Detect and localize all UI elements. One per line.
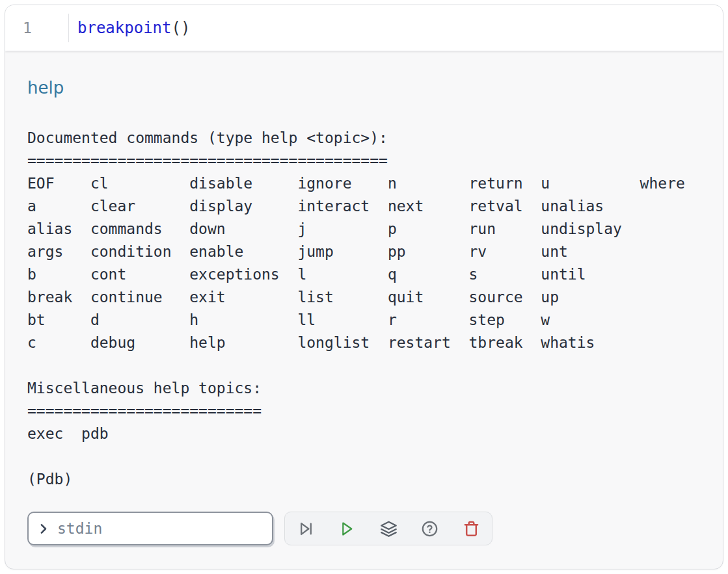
debug-toolbar bbox=[284, 512, 492, 545]
question-circle-icon bbox=[421, 520, 438, 538]
layers-icon bbox=[380, 520, 398, 538]
console-output-area: help Documented commands (type help <top… bbox=[5, 51, 723, 569]
delete-button[interactable] bbox=[461, 519, 481, 538]
step-forward-icon bbox=[297, 520, 315, 538]
controls-row bbox=[27, 512, 701, 545]
trash-icon bbox=[463, 520, 480, 538]
play-icon bbox=[338, 520, 356, 538]
code-line[interactable]: breakpoint() bbox=[69, 5, 190, 51]
line-number: 1 bbox=[23, 20, 32, 36]
code-token-function: breakpoint bbox=[77, 19, 172, 37]
code-editor[interactable]: 1 breakpoint() bbox=[5, 5, 723, 51]
chevron-right-icon bbox=[36, 522, 50, 536]
echoed-command: help bbox=[27, 78, 701, 98]
code-token-parens: () bbox=[172, 19, 191, 37]
pdb-help-output: Documented commands (type help <topic>):… bbox=[27, 127, 701, 491]
step-forward-button[interactable] bbox=[296, 519, 316, 538]
stdin-box[interactable] bbox=[27, 512, 273, 545]
help-button[interactable] bbox=[420, 519, 440, 538]
line-number-gutter: 1 bbox=[5, 5, 68, 51]
stdin-input[interactable] bbox=[56, 519, 264, 538]
run-button[interactable] bbox=[338, 519, 357, 538]
layers-button[interactable] bbox=[379, 519, 398, 538]
debugger-panel: 1 breakpoint() help Documented commands … bbox=[5, 5, 723, 569]
